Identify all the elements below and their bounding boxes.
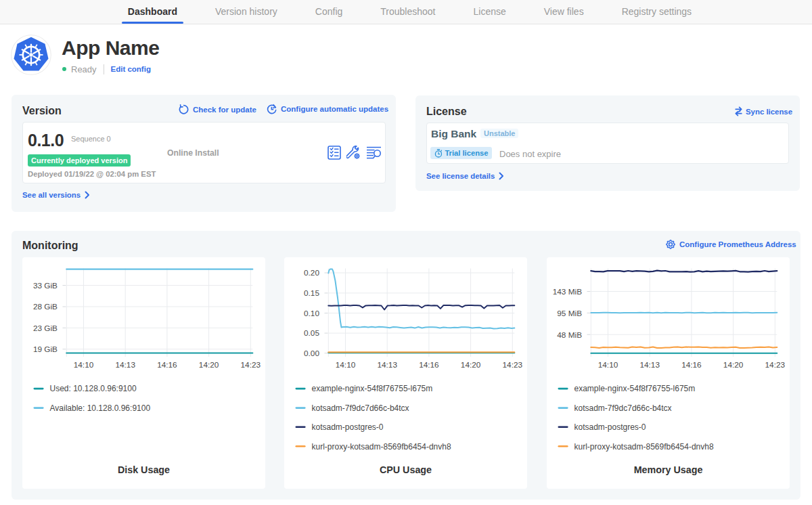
- svg-text:CPU Usage: CPU Usage: [380, 464, 432, 475]
- svg-text:0.05: 0.05: [304, 328, 319, 338]
- svg-text:kotsadm-7f9dc7d66c-b4tcx: kotsadm-7f9dc7d66c-b4tcx: [312, 403, 409, 413]
- svg-text:95 MiB: 95 MiB: [557, 309, 582, 318]
- svg-text:14:20: 14:20: [723, 360, 744, 370]
- svg-text:14:23: 14:23: [241, 360, 261, 370]
- svg-text:14:16: 14:16: [157, 360, 177, 370]
- svg-text:example-nginx-54f8f76755-l675m: example-nginx-54f8f76755-l675m: [312, 384, 433, 393]
- svg-text:example-nginx-54f8f76755-l675m: example-nginx-54f8f76755-l675m: [574, 384, 696, 393]
- svg-text:14:13: 14:13: [639, 360, 660, 370]
- svg-text:kotsadm-postgres-0: kotsadm-postgres-0: [574, 422, 646, 432]
- svg-text:28 GiB: 28 GiB: [33, 302, 58, 311]
- svg-text:48 MiB: 48 MiB: [557, 330, 582, 340]
- svg-text:kotsadm-7f9dc7d66c-b4tcx: kotsadm-7f9dc7d66c-b4tcx: [574, 403, 672, 413]
- svg-text:14:10: 14:10: [598, 360, 618, 370]
- svg-text:0.20: 0.20: [304, 268, 319, 278]
- svg-text:14:13: 14:13: [377, 360, 397, 370]
- svg-text:14:20: 14:20: [199, 360, 219, 370]
- svg-text:14:20: 14:20: [461, 360, 481, 370]
- svg-text:14:10: 14:10: [336, 360, 356, 370]
- svg-text:14:16: 14:16: [681, 360, 702, 370]
- svg-text:19 GiB: 19 GiB: [33, 345, 58, 354]
- svg-text:0.10: 0.10: [304, 309, 319, 318]
- svg-text:kurl-proxy-kotsadm-8569fb6454-: kurl-proxy-kotsadm-8569fb6454-dnvh8: [574, 442, 714, 452]
- svg-text:14:10: 14:10: [74, 360, 94, 370]
- svg-text:143 MiB: 143 MiB: [553, 287, 582, 297]
- svg-text:14:13: 14:13: [115, 360, 135, 370]
- svg-text:Available: 10.128.0.96:9100: Available: 10.128.0.96:9100: [50, 403, 151, 413]
- svg-text:33 GiB: 33 GiB: [33, 281, 58, 290]
- svg-text:0.15: 0.15: [304, 288, 319, 298]
- svg-text:14:16: 14:16: [419, 360, 439, 370]
- svg-text:0.00: 0.00: [304, 349, 319, 358]
- svg-text:kotsadm-postgres-0: kotsadm-postgres-0: [312, 422, 384, 432]
- svg-text:14:23: 14:23: [765, 360, 786, 370]
- svg-text:23 GiB: 23 GiB: [33, 324, 58, 333]
- svg-text:Memory Usage: Memory Usage: [634, 464, 703, 475]
- svg-text:Used: 10.128.0.96:9100: Used: 10.128.0.96:9100: [50, 384, 137, 393]
- svg-text:Disk Usage: Disk Usage: [118, 464, 170, 475]
- svg-text:14:23: 14:23: [503, 360, 523, 370]
- svg-text:kurl-proxy-kotsadm-8569fb6454-: kurl-proxy-kotsadm-8569fb6454-dnvh8: [312, 442, 451, 452]
